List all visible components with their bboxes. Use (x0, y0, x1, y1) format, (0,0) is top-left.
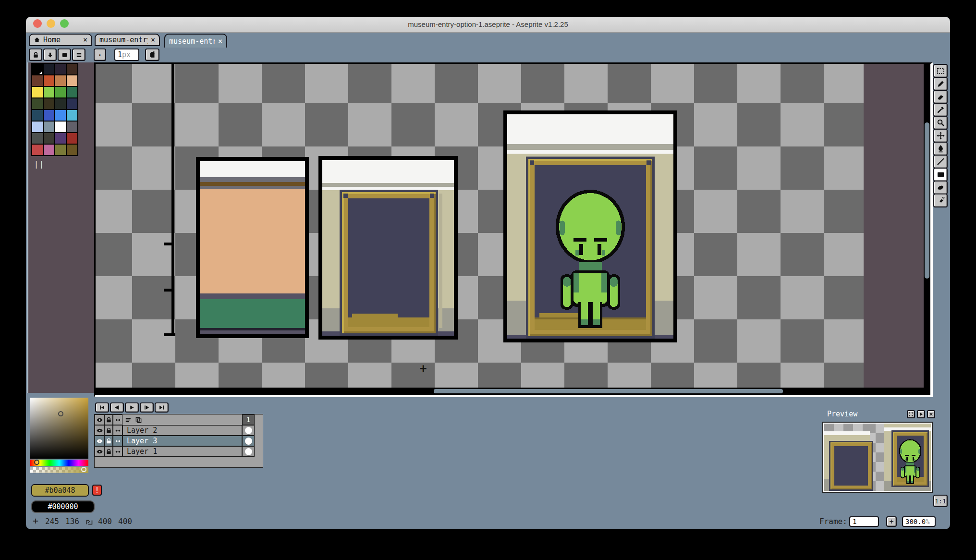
palette-swatch[interactable] (44, 133, 54, 144)
palette-swatch[interactable] (67, 64, 77, 74)
timeline-options-button[interactable] (133, 414, 144, 425)
add-frame-button[interactable]: + (886, 516, 897, 527)
palette-swatch[interactable] (32, 98, 43, 109)
canvas-editor[interactable]: + (94, 62, 933, 397)
first-frame-button[interactable] (95, 402, 109, 413)
palette-swatch[interactable] (44, 145, 54, 155)
drop-pixels-button[interactable] (43, 49, 57, 61)
palette-swatch[interactable] (67, 75, 77, 86)
palette-swatch[interactable] (32, 133, 43, 144)
layer-name[interactable]: Layer 3 (122, 436, 242, 446)
tab-museum-entry-2[interactable]: museum-entry· × (164, 34, 227, 48)
palette-swatch[interactable] (67, 145, 77, 155)
tool-paint-bucket[interactable] (933, 142, 948, 156)
palette-swatch[interactable] (44, 122, 54, 132)
palette-swatch[interactable] (55, 64, 66, 74)
palette-swatch[interactable] (44, 110, 54, 121)
vertical-scrollbar[interactable] (924, 64, 930, 395)
layer-row[interactable]: Layer 1 (95, 446, 263, 457)
palette-swatch[interactable] (55, 110, 66, 121)
layer-cel[interactable] (242, 446, 255, 457)
toggle-all-continuous-button[interactable] (113, 414, 122, 425)
ink-bottle-button[interactable] (145, 49, 159, 61)
sv-marker[interactable] (58, 411, 63, 416)
brush-dot-button[interactable]: · (94, 49, 106, 61)
warning-button[interactable]: ! (92, 485, 102, 496)
palette-swatch[interactable] (67, 98, 77, 109)
saturation-value-picker[interactable] (30, 398, 88, 459)
palette-swatch[interactable] (32, 75, 43, 86)
layer-continuous-toggle[interactable] (113, 425, 122, 436)
alpha-slider[interactable] (30, 467, 88, 473)
menu-button[interactable] (72, 49, 85, 61)
tool-contour[interactable] (933, 181, 948, 195)
horizontal-scrollbar[interactable] (96, 388, 924, 395)
close-tab-icon[interactable]: × (83, 36, 87, 44)
palette-swatch[interactable] (32, 87, 43, 97)
foreground-color-button[interactable]: #b0a048 (31, 484, 89, 497)
hue-slider[interactable] (30, 460, 88, 466)
tool-spray[interactable] (933, 194, 948, 207)
previous-frame-button[interactable] (110, 402, 124, 413)
layer-row[interactable]: Layer 2 (95, 425, 263, 436)
title-bar[interactable]: museum-entry-option-1.aseprite - Aseprit… (26, 17, 950, 33)
preview-viewport[interactable] (822, 422, 933, 493)
close-tab-icon[interactable]: × (218, 37, 222, 46)
tool-rectangle[interactable] (933, 168, 948, 182)
tab-home[interactable]: Home × (29, 34, 92, 46)
zoom-input[interactable]: 300.0% (902, 516, 936, 527)
layer-lock-toggle[interactable] (104, 446, 113, 457)
palette-swatch[interactable] (55, 145, 66, 155)
layer-continuous-toggle[interactable] (113, 446, 122, 457)
brush-size-input[interactable]: 1px (114, 49, 139, 61)
play-button[interactable] (125, 402, 139, 413)
toggle-all-lock-button[interactable] (104, 414, 113, 425)
ink-square-button[interactable] (58, 49, 71, 61)
palette-swatch[interactable] (55, 87, 66, 97)
palette-swatch[interactable] (67, 110, 77, 121)
frame-number-header[interactable]: 1 (242, 414, 255, 425)
palette-swatch[interactable] (55, 122, 66, 132)
onion-skin-settings-button[interactable] (122, 414, 133, 425)
palette-swatch[interactable] (55, 75, 66, 86)
layer-lock-toggle[interactable] (104, 425, 113, 436)
horizontal-scrollbar-thumb[interactable] (434, 389, 783, 393)
tab-museum-entry-1[interactable]: museum-entry· × (95, 34, 160, 46)
layer-name[interactable]: Layer 2 (122, 425, 242, 436)
close-tab-icon[interactable]: × (151, 36, 155, 44)
layer-visibility-toggle[interactable] (95, 446, 104, 457)
palette-swatch[interactable] (67, 122, 77, 132)
frame-input[interactable]: 1 (849, 516, 879, 527)
hue-marker[interactable] (34, 460, 39, 465)
layer-lock-toggle[interactable] (104, 436, 113, 446)
palette-swatch[interactable] (32, 64, 43, 74)
palette-swatch[interactable] (32, 122, 43, 132)
palette-swatch[interactable] (44, 64, 54, 74)
layer-cel[interactable] (242, 425, 255, 436)
palette-swatch[interactable] (67, 87, 77, 97)
palette-swatch[interactable] (55, 98, 66, 109)
toggle-all-visibility-button[interactable] (95, 414, 104, 425)
tool-line[interactable] (933, 155, 948, 169)
tool-move[interactable] (933, 129, 948, 143)
last-frame-button[interactable] (155, 402, 169, 413)
preview-center-button[interactable] (907, 410, 915, 418)
layer-name[interactable]: Layer 1 (122, 446, 242, 457)
palette-swatch[interactable] (44, 98, 54, 109)
palette-swatch[interactable] (44, 75, 54, 86)
layer-visibility-toggle[interactable] (95, 425, 104, 436)
tool-zoom[interactable] (933, 116, 948, 130)
layer-visibility-toggle[interactable] (95, 436, 104, 446)
tool-pencil[interactable] (933, 77, 948, 91)
layer-cel[interactable] (242, 436, 255, 446)
next-frame-button[interactable] (140, 402, 154, 413)
lock-button[interactable] (29, 49, 42, 61)
palette-swatch[interactable] (55, 133, 66, 144)
palette-separator[interactable]: || (34, 160, 45, 169)
alpha-marker[interactable] (81, 467, 86, 472)
tool-rectangular-marquee[interactable] (933, 64, 948, 78)
layer-row[interactable]: Layer 3 (95, 436, 263, 446)
palette-swatch[interactable] (44, 87, 54, 97)
vertical-scrollbar-thumb[interactable] (925, 122, 929, 279)
tool-eraser[interactable] (933, 90, 948, 104)
